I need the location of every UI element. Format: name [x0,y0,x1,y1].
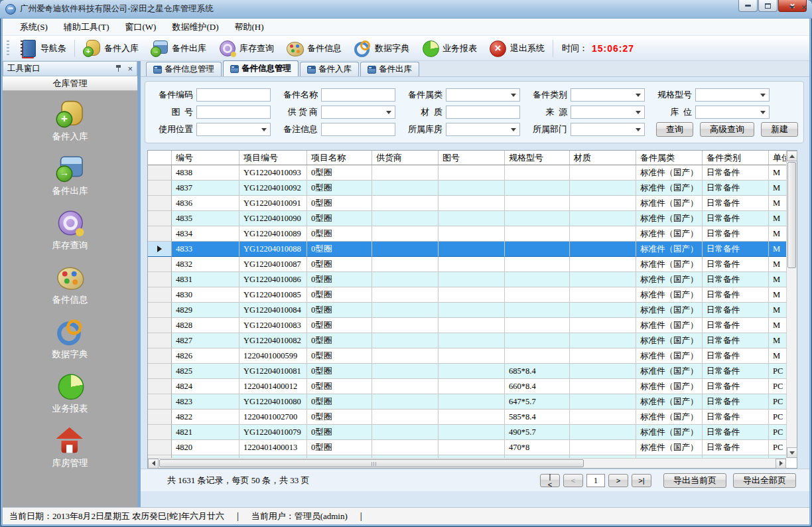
table-row[interactable]: 482612204010005990型圈标准件（国产）日常备件M [148,348,786,364]
select-使用位置[interactable] [196,123,271,136]
row-selector-cell[interactable] [148,440,172,455]
menu-item-2[interactable]: 窗口(W) [117,19,165,35]
row-selector-cell[interactable] [148,196,172,211]
column-header-0[interactable]: 编号 [172,151,239,165]
tab-3[interactable]: 备件出库 [360,62,419,76]
pin-icon[interactable] [115,65,122,72]
row-selector-cell[interactable] [148,272,172,287]
select-备件属类[interactable] [446,88,520,102]
table-row[interactable]: 4835YG122040100900型圈标准件（国产）日常备件M [148,211,786,226]
form-button-1[interactable]: 高级查询 [700,122,754,137]
vertical-scrollbar[interactable] [786,151,797,458]
input-图 号[interactable] [196,106,271,119]
menu-item-0[interactable]: 系统(S) [12,19,56,35]
sidebar-item-2[interactable]: 库存查询 [52,214,88,252]
first-page-button[interactable]: |< [540,474,560,487]
select-所属部门[interactable] [571,123,645,136]
form-button-0[interactable]: 查询 [656,122,693,137]
form-button-2[interactable]: 新建 [761,122,798,137]
row-selector-cell[interactable] [148,303,172,318]
column-header-2[interactable]: 项目名称 [307,151,372,165]
sidebar-item-0[interactable]: 备件入库 [52,106,88,143]
row-selector-cell[interactable] [148,211,172,226]
sidebar-section-header[interactable]: 仓库管理 [3,76,137,91]
table-row[interactable]: 4828YG122040100830型圈标准件（国产）日常备件M [148,318,786,333]
maximize-button[interactable] [758,0,778,12]
row-selector-cell[interactable] [148,242,172,257]
table-row[interactable]: 4838YG122040100930型圈标准件（国产）日常备件M [148,165,786,181]
table-row[interactable]: 4825YG122040100810型圈685*8.4标准件（国产）日常备件PC [148,364,786,379]
table-row[interactable]: 4834YG122040100890型圈标准件（国产）日常备件M [148,226,786,242]
page-number-input[interactable]: 1 [586,474,605,487]
toolbar-button-7[interactable]: 退出系统 [483,38,551,59]
prev-page-button[interactable]: < [563,474,583,487]
scroll-down-button[interactable] [787,447,797,458]
tab-1[interactable]: 备件信息管理 [223,60,299,76]
select-备件类别[interactable] [571,88,645,102]
row-selector-cell[interactable] [148,333,172,348]
horizontal-scroll-thumb[interactable] [159,459,584,467]
menu-item-3[interactable]: 数据维护(D) [164,19,226,35]
row-selector-cell[interactable] [148,410,172,425]
column-header-5[interactable]: 规格型号 [505,151,570,165]
sidebar-item-3[interactable]: 备件信息 [52,269,88,306]
minimize-button[interactable] [738,0,758,12]
tab-0[interactable]: 备件信息管理 [146,62,222,76]
input-备件编码[interactable] [196,88,271,102]
tab-2[interactable]: 备件入库 [300,62,359,76]
table-row[interactable]: 4829YG122040100840型圈标准件（国产）日常备件M [148,303,786,318]
export-current-page-button[interactable]: 导出当前页 [663,473,726,488]
table-row[interactable]: 4837YG122040100920型圈标准件（国产）日常备件M [148,181,786,196]
sidebar-item-6[interactable]: 库房管理 [52,432,88,469]
row-selector-cell[interactable] [148,379,172,394]
toolbar-button-3[interactable]: 库存查询 [212,38,280,59]
input-备件名称[interactable] [321,88,395,102]
input-材 质[interactable] [446,106,520,119]
table-row[interactable]: 482412204014000120型圈660*8.4标准件（国产）日常备件PC [148,379,786,394]
export-all-pages-button[interactable]: 导出全部页 [733,473,796,488]
table-row[interactable]: 482012204014000130型圈470*8标准件（国产）日常备件PC [148,440,786,455]
scroll-up-button[interactable] [787,151,797,161]
column-header-3[interactable]: 供货商 [372,151,439,165]
next-page-button[interactable]: > [608,474,628,487]
table-row[interactable]: 482212204010027000型圈585*8.4标准件（国产）日常备件PC [148,410,786,425]
table-row[interactable]: 4833YG122040100880型圈标准件（国产）日常备件M [148,242,786,257]
toolbar-grip[interactable] [7,40,9,56]
menu-item-4[interactable]: 帮助(H) [226,19,271,35]
select-来 源[interactable] [571,106,645,119]
table-row[interactable]: 4832YG122040100870型圈标准件（国产）日常备件M [148,257,786,272]
row-selector-cell[interactable] [148,226,172,242]
sidebar-close-icon[interactable]: × [127,65,133,72]
row-selector-cell[interactable] [148,425,172,440]
sidebar-item-5[interactable]: 业务报表 [52,378,88,415]
row-selector-cell[interactable] [148,181,172,196]
vertical-scroll-thumb[interactable] [787,162,796,268]
row-selector-cell[interactable] [148,318,172,333]
sidebar-item-1[interactable]: 备件出库 [52,160,88,197]
select-规格型号[interactable] [695,88,770,102]
row-selector-cell[interactable] [148,364,172,379]
row-selector-cell[interactable] [148,165,172,181]
toolbar-button-4[interactable]: 备件信息 [280,38,348,59]
column-header-4[interactable]: 图号 [439,151,505,165]
toolbar-button-1[interactable]: 备件入库 [77,38,145,59]
column-header-8[interactable]: 备件类别 [703,151,769,165]
tab-list-dropdown-icon[interactable] [789,6,795,9]
select-所属库房[interactable] [446,123,520,136]
scroll-right-button[interactable] [776,459,786,469]
table-row[interactable]: 4823YG122040100800型圈647*5.7标准件（国产）日常备件PC [148,394,786,410]
toolbar-button-2[interactable]: 备件出库 [145,38,212,59]
toolbar-button-5[interactable]: 数据字典 [348,38,415,59]
horizontal-scrollbar[interactable] [148,458,786,468]
table-row[interactable]: 4831YG122040100860型圈标准件（国产）日常备件M [148,272,786,287]
column-header-7[interactable]: 备件属类 [636,151,703,165]
scroll-left-button[interactable] [148,459,159,469]
table-row[interactable]: 4836YG122040100910型圈标准件（国产）日常备件M [148,196,786,211]
menu-item-1[interactable]: 辅助工具(T) [56,19,117,35]
row-selector-cell[interactable] [148,394,172,410]
column-header-1[interactable]: 项目编号 [239,151,307,165]
toolbar-button-6[interactable]: 业务报表 [415,38,483,59]
last-page-button[interactable]: >| [632,474,651,487]
sidebar-item-4[interactable]: 数据字典 [52,323,88,360]
input-备注信息[interactable] [321,123,395,136]
